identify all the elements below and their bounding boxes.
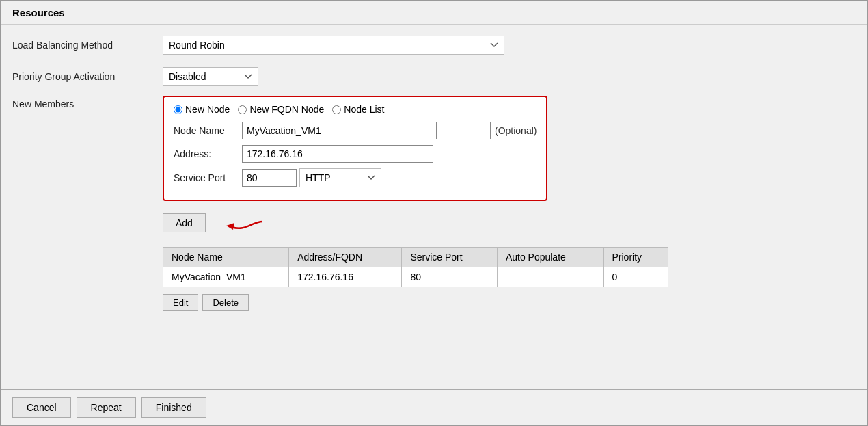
address-label: Address:: [174, 148, 242, 159]
address-input[interactable]: [242, 145, 433, 163]
priority-group-control: Disabled Enabled: [163, 67, 856, 86]
new-node-radio[interactable]: [174, 105, 182, 114]
members-table: Node Name Address/FQDN Service Port Auto…: [163, 247, 668, 287]
priority-group-label: Priority Group Activation: [12, 71, 163, 82]
load-balancing-label: Load Balancing Method: [12, 40, 163, 51]
node-name-optional-input[interactable]: [436, 122, 491, 139]
load-balancing-row: Load Balancing Method Round Robin Least …: [12, 33, 856, 57]
svg-marker-0: [226, 223, 234, 230]
edit-button[interactable]: Edit: [163, 294, 198, 311]
new-fqdn-radio[interactable]: [238, 105, 247, 114]
cell-address: 172.16.76.16: [289, 267, 402, 287]
cancel-button[interactable]: Cancel: [12, 397, 71, 418]
add-area: Add: [163, 208, 856, 237]
col-address: Address/FQDN: [289, 248, 402, 267]
new-fqdn-option[interactable]: New FQDN Node: [238, 104, 324, 115]
node-list-option[interactable]: Node List: [332, 104, 384, 115]
new-members-section: New Members New Node New FQDN N: [12, 96, 856, 311]
priority-group-row: Priority Group Activation Disabled Enabl…: [12, 64, 856, 89]
node-name-label: Node Name: [174, 125, 242, 136]
footer: Cancel Repeat Finished: [1, 389, 867, 425]
load-balancing-select[interactable]: Round Robin Least Connections Fastest Ob…: [163, 36, 504, 55]
new-node-label: New Node: [185, 104, 230, 115]
table-row: MyVacation_VM1 172.16.76.16 80 0: [163, 267, 668, 287]
service-port-row: Service Port HTTP HTTPS FTP SMTP Any: [174, 168, 537, 187]
cell-priority: 0: [603, 267, 668, 287]
new-node-option[interactable]: New Node: [174, 104, 230, 115]
service-port-input[interactable]: [242, 169, 297, 187]
node-name-row: Node Name (Optional): [174, 122, 537, 139]
form-area: Load Balancing Method Round Robin Least …: [1, 25, 867, 326]
new-fqdn-label: New FQDN Node: [249, 104, 324, 115]
service-port-protocol-select[interactable]: HTTP HTTPS FTP SMTP Any: [299, 168, 381, 187]
main-window: Resources Load Balancing Method Round Ro…: [0, 0, 868, 426]
add-button[interactable]: Add: [163, 213, 206, 232]
col-auto-populate: Auto Populate: [497, 248, 603, 267]
node-form-box: New Node New FQDN Node Node List: [163, 96, 547, 201]
finished-button[interactable]: Finished: [141, 397, 206, 418]
table-header-row: Node Name Address/FQDN Service Port Auto…: [163, 248, 668, 267]
col-service-port: Service Port: [402, 248, 497, 267]
cell-node-name: MyVacation_VM1: [163, 267, 289, 287]
cell-service-port: 80: [402, 267, 497, 287]
service-port-label: Service Port: [174, 172, 242, 183]
load-balancing-control: Round Robin Least Connections Fastest Ob…: [163, 36, 856, 55]
address-row: Address:: [174, 145, 537, 163]
col-node-name: Node Name: [163, 248, 289, 267]
node-name-input[interactable]: [242, 122, 433, 139]
arrow-annotation: [211, 208, 266, 237]
optional-label: (Optional): [495, 125, 537, 136]
delete-button[interactable]: Delete: [202, 294, 249, 311]
new-members-label: New Members: [12, 96, 163, 109]
radio-row: New Node New FQDN Node Node List: [174, 104, 537, 115]
new-members-content: New Node New FQDN Node Node List: [163, 96, 856, 311]
arrow-svg: [211, 208, 266, 235]
cell-auto-populate: [497, 267, 603, 287]
main-content: Resources Load Balancing Method Round Ro…: [1, 1, 867, 389]
col-priority: Priority: [603, 248, 668, 267]
node-list-label: Node List: [344, 104, 384, 115]
table-action-row: Edit Delete: [163, 294, 856, 311]
section-title: Resources: [1, 1, 867, 25]
repeat-button[interactable]: Repeat: [77, 397, 136, 418]
node-list-radio[interactable]: [332, 105, 341, 114]
priority-group-select[interactable]: Disabled Enabled: [163, 67, 258, 86]
